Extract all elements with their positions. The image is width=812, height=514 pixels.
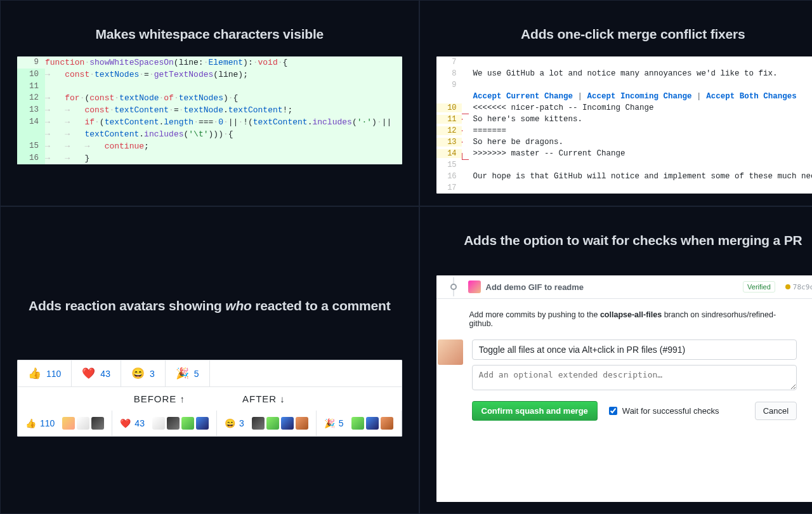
avatar [62, 417, 75, 430]
reaction-emoji-icon: 👍 [25, 418, 36, 428]
reaction-emoji-icon: 🎉 [176, 367, 189, 380]
cancel-button[interactable]: Cancel [755, 402, 797, 420]
avatar [152, 417, 165, 430]
push-hint: Add more commits by pushing to the colla… [469, 310, 797, 328]
before-label: BEFORE ↑ [134, 393, 185, 404]
commit-title: Add demo GIF to readme [486, 282, 584, 292]
feature-wait-checks-panel: Adds the option to wait for checks when … [419, 206, 812, 514]
feature-reactions-panel: Adds reaction avatars showing who reacte… [0, 206, 419, 514]
status-dot-icon [785, 284, 790, 289]
avatar [181, 417, 194, 430]
avatar [91, 417, 104, 430]
avatar [381, 417, 393, 430]
reaction-count: 110 [40, 418, 55, 428]
conflict-diff-preview: 78We use GitHub a lot and notice many an… [436, 56, 812, 194]
accept-incoming-button[interactable]: Accept Incoming Change [587, 92, 692, 101]
reaction-count: 43 [134, 418, 145, 428]
avatar [351, 417, 364, 430]
avatar [468, 280, 481, 293]
after-label: AFTER ↓ [242, 393, 285, 404]
reaction-emoji-icon: ❤️ [120, 418, 131, 428]
feature-conflict-panel: Adds one-click merge conflict fixers 78W… [419, 0, 812, 206]
merge-title-input[interactable] [472, 339, 797, 360]
panel-title: Makes whitespace characters visible [95, 25, 324, 43]
reaction-count: 5 [339, 418, 344, 428]
verified-badge: Verified [743, 281, 775, 293]
reaction-button[interactable]: 🎉5 [317, 411, 402, 436]
reaction-button[interactable]: ❤️43 [112, 411, 217, 436]
confirm-merge-button[interactable]: Confirm squash and merge [472, 401, 598, 421]
avatar [281, 417, 294, 430]
before-after-labels: BEFORE ↑ AFTER ↓ [18, 387, 402, 411]
merge-preview: Add demo GIF to readme Verified 78c9c25 … [436, 275, 812, 502]
reaction-count: 3 [150, 369, 155, 379]
avatar [266, 417, 279, 430]
commit-header: Add demo GIF to readme Verified 78c9c25 [436, 275, 812, 299]
reaction-button[interactable]: 😄3 [217, 411, 317, 436]
avatar [196, 417, 209, 430]
reaction-button[interactable]: 😄3 [121, 360, 166, 386]
reaction-emoji-icon: ❤️ [82, 367, 95, 380]
panel-title: Adds reaction avatars showing who reacte… [29, 296, 390, 315]
avatar [167, 417, 180, 430]
reaction-count: 43 [100, 369, 110, 379]
panel-title: Adds the option to wait for checks when … [464, 231, 802, 249]
accept-both-button[interactable]: Accept Both Changes [706, 92, 797, 101]
avatar [77, 417, 89, 430]
avatar [366, 417, 379, 430]
avatar [296, 417, 308, 430]
merge-description-input[interactable] [472, 365, 797, 390]
reaction-count: 5 [194, 369, 199, 379]
feature-whitespace-panel: Makes whitespace characters visible 9fun… [0, 0, 419, 206]
reactions-preview: 👍110❤️43😄3🎉5 BEFORE ↑ AFTER ↓ 👍110❤️43😄3… [17, 360, 402, 437]
timeline-dot-icon [450, 284, 457, 290]
reaction-button[interactable]: ❤️43 [72, 360, 121, 386]
avatar [438, 339, 463, 365]
reaction-emoji-icon: 😄 [131, 367, 145, 380]
reaction-emoji-icon: 🎉 [324, 418, 335, 428]
reaction-emoji-icon: 👍 [28, 367, 41, 380]
wait-checks-input[interactable] [609, 407, 617, 415]
commit-sha: 78c9c25 [785, 283, 812, 291]
accept-current-button[interactable]: Accept Current Change [473, 92, 573, 101]
reaction-count: 3 [239, 418, 244, 428]
panel-title: Adds one-click merge conflict fixers [521, 25, 745, 43]
reaction-emoji-icon: 😄 [225, 418, 235, 428]
reaction-button[interactable]: 👍110 [18, 360, 72, 386]
reaction-button[interactable]: 🎉5 [166, 360, 210, 386]
wait-checks-checkbox[interactable]: Wait for successful checks [606, 405, 719, 417]
avatar [252, 417, 265, 430]
reaction-button[interactable]: 👍110 [18, 411, 112, 436]
whitespace-code-preview: 9function·showWhiteSpacesOn(line:·Elemen… [17, 56, 402, 164]
reaction-count: 110 [46, 369, 61, 379]
